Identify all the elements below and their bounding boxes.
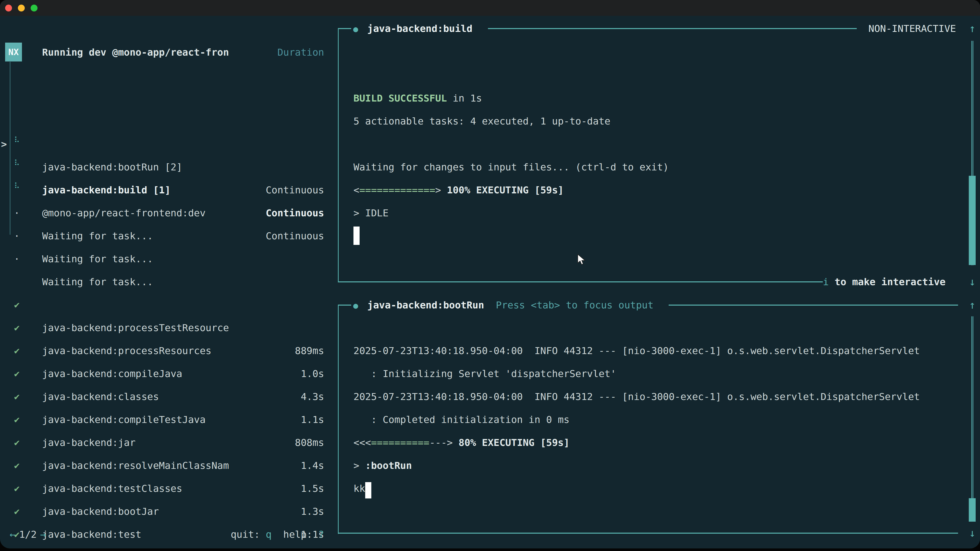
mouse-pointer-icon xyxy=(577,254,589,266)
task-row[interactable]: ✔ java-backend:classes 1.1s xyxy=(0,316,324,339)
focus-output-hint: Press <tab> to focus output xyxy=(484,300,654,311)
log-line: 2025-07-23T13:40:18.950-04:00 INFO 44312… xyxy=(353,385,920,408)
build-pane-border-stub xyxy=(338,28,351,29)
progress-close: > xyxy=(447,437,453,448)
terminal-window: NX Running dev @mono-app/react-fron Dura… xyxy=(0,0,980,548)
quit-key: q xyxy=(266,529,272,540)
build-scroll-down-icon[interactable]: ↓ xyxy=(966,270,978,293)
progress-fill: ========== xyxy=(371,437,430,448)
task-row[interactable]: ✔ java-backend:processTestResource 889ms xyxy=(0,248,324,270)
task-row[interactable]: ✔ java-backend:resolveMainClassNam 1.5s xyxy=(0,385,324,408)
bootrun-pane-title: java-backend:bootRun xyxy=(358,300,484,311)
help-key: ? xyxy=(318,529,324,540)
task-row[interactable]: ✔ java-backend:assemble 774ms xyxy=(0,477,324,500)
task-row[interactable]: · Waiting for task... xyxy=(0,179,324,202)
task-row[interactable]: ✔ java-backend:processResources 1.0s xyxy=(0,270,324,293)
progress-close: > xyxy=(435,184,441,196)
task-duration: 734ms xyxy=(295,546,324,548)
bootrun-scrollbar-track[interactable] xyxy=(971,316,974,520)
log-line: 2025-07-23T13:40:18.950-04:00 INFO 44312… xyxy=(353,339,920,362)
progress-label: 80% EXECUTING [59s] xyxy=(453,437,570,448)
bootrun-pane-bottom-rule xyxy=(338,533,958,534)
build-successful-text: BUILD SUCCESSFUL xyxy=(353,93,447,104)
build-pane-header-rule xyxy=(488,28,857,29)
progress-fill: ============= xyxy=(360,184,435,196)
prompt-command: :bootRun xyxy=(365,460,412,471)
task-row[interactable]: ✔ java-backend:compileTestJava 808ms xyxy=(0,339,324,362)
bootrun-prompt-line: > :bootRun xyxy=(353,454,412,477)
prompt-caret: > xyxy=(353,460,365,471)
bootrun-pane-border-stub xyxy=(338,305,351,306)
build-pane-bottom-rule xyxy=(338,281,823,283)
task-row[interactable]: ⠧ @mono-app/react-frontend:dev Continuou… xyxy=(0,133,324,156)
bootrun-pane-header-rule xyxy=(669,305,958,306)
non-interactive-badge: NON-INTERACTIVE xyxy=(869,17,956,40)
log-line: : Initializing Servlet 'dispatcherServle… xyxy=(353,362,616,385)
bootrun-input-line[interactable]: kk xyxy=(353,477,371,500)
close-button[interactable] xyxy=(5,5,12,11)
completed-task-list: ✔ java-backend:processTestResource 889ms… xyxy=(0,248,324,500)
build-idle-line: > IDLE xyxy=(353,202,388,224)
duration-column-header: Duration xyxy=(0,41,324,64)
bootrun-pane-header: ●java-backend:bootRunPress <tab> to focu… xyxy=(353,294,654,317)
progress-label: 100% EXECUTING [59s] xyxy=(441,184,563,196)
build-pane-left-border xyxy=(338,28,339,283)
bootrun-pane-left-border xyxy=(338,305,339,534)
build-time-text: in 1s xyxy=(447,93,482,104)
build-pane-header: ●java-backend:build xyxy=(353,17,473,40)
interactive-hint: i to make interactive xyxy=(823,270,945,293)
build-success-line: BUILD SUCCESSFUL in 1s xyxy=(353,87,482,110)
task-duration: Continuous xyxy=(266,224,324,248)
bootrun-scroll-up-icon[interactable]: ↑ xyxy=(966,294,978,317)
build-terminal-cursor xyxy=(353,227,360,245)
titlebar xyxy=(0,0,980,16)
interactive-hint-key: i xyxy=(823,276,829,287)
build-pane-title: java-backend:build xyxy=(358,23,473,34)
bootrun-progress-line: <<<==========---> 80% EXECUTING [59s] xyxy=(353,431,570,454)
task-row[interactable]: · Waiting for task... xyxy=(0,202,324,224)
progress-rest: --- xyxy=(429,437,447,448)
build-waiting-line: Waiting for changes to input files... (c… xyxy=(353,156,669,179)
task-duration: 1.3s xyxy=(301,500,324,523)
interactive-hint-text: to make interactive xyxy=(829,276,945,287)
task-row[interactable]: ✔ java-backend:jar 1.4s xyxy=(0,362,324,385)
task-row[interactable]: ✔ java-backend:bootJar 1.1s xyxy=(0,431,324,454)
task-name: java-backend:bootJar xyxy=(42,500,159,523)
quit-hint-label: quit: xyxy=(231,529,266,540)
screen: NX Running dev @mono-app/react-fron Dura… xyxy=(0,0,980,551)
task-row[interactable]: > ⠧ java-backend:build [1] Continuous xyxy=(0,110,324,133)
typed-text: kk xyxy=(353,483,365,494)
minimize-button[interactable] xyxy=(18,5,25,11)
keyboard-hints: quit: q help: ? xyxy=(0,523,324,546)
build-scrollbar-thumb[interactable] xyxy=(969,176,976,265)
build-progress-line: <=============> 100% EXECUTING [59s] xyxy=(353,179,564,202)
progress-open: < xyxy=(353,184,360,196)
bootrun-terminal-cursor xyxy=(365,482,371,499)
build-scroll-up-icon[interactable]: ↑ xyxy=(966,17,978,40)
bootrun-scrollbar-thumb[interactable] xyxy=(969,498,976,522)
active-task-list: ⠧ java-backend:bootRun [2] Continuous > … xyxy=(0,87,324,224)
task-row[interactable]: ⠧ java-backend:bootRun [2] Continuous xyxy=(0,87,324,110)
help-hint-label: help: xyxy=(272,529,318,540)
progress-open: <<< xyxy=(353,437,371,448)
task-row[interactable]: · Waiting for task... xyxy=(0,156,324,179)
bootrun-scroll-down-icon[interactable]: ↓ xyxy=(966,522,978,545)
zoom-button[interactable] xyxy=(30,5,38,11)
task-row[interactable]: ✔ java-backend:compileJava 4.3s xyxy=(0,293,324,316)
running-dot-icon: ● xyxy=(353,24,358,34)
task-name: Waiting for task... xyxy=(42,224,153,248)
task-row[interactable]: ✔ java-backend:test 734ms xyxy=(0,454,324,477)
task-name: java-backend:assemble xyxy=(42,546,165,548)
running-dot-icon: ● xyxy=(353,301,358,310)
log-line: : Completed initialization in 0 ms xyxy=(353,408,570,431)
build-summary-line: 5 actionable tasks: 4 executed, 1 up-to-… xyxy=(353,110,611,133)
task-row[interactable]: ✔ java-backend:testClasses 1.3s xyxy=(0,408,324,431)
